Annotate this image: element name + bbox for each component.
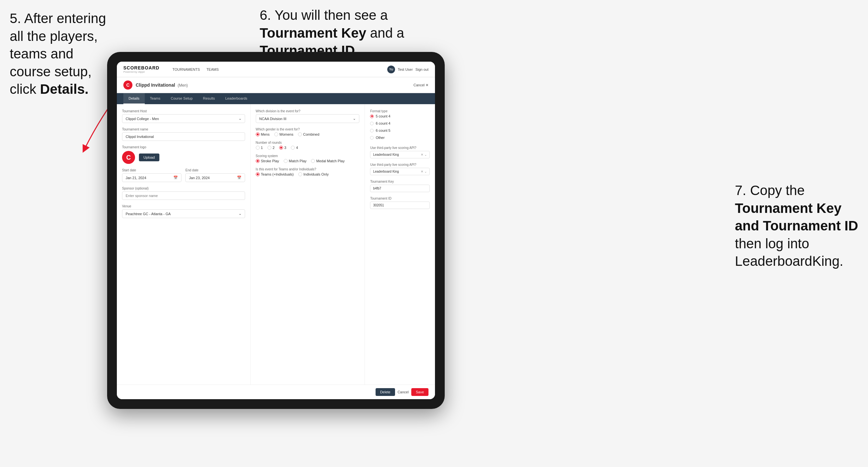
radio-6count5 (370, 129, 374, 132)
teams-label: Is this event for Teams and/or Individua… (256, 167, 360, 171)
header-right: TU Test User Sign out (387, 66, 429, 73)
api2-clear-btn[interactable]: ✕ ⌄ (421, 170, 427, 173)
tournament-id-label: Tournament ID (370, 197, 430, 200)
nav-teams[interactable]: TEAMS (207, 67, 219, 71)
teams-plus-individuals[interactable]: Teams (+Individuals) (256, 172, 294, 176)
logo-subtitle: Powered by clippd (123, 70, 159, 73)
radio-combined-circle (298, 132, 302, 136)
gender-group: Which gender is the event for? Mens Wome… (256, 128, 360, 136)
division-select[interactable]: NCAA Division III ⌄ (256, 114, 360, 123)
radio-match-circle (284, 159, 288, 163)
division-label: Which division is the event for? (256, 110, 360, 113)
gender-radio-group: Mens Womens Combined (256, 132, 360, 136)
sponsor-group: Sponsor (optional) (122, 187, 245, 200)
cancel-button[interactable]: Cancel ✕ (413, 83, 429, 87)
upload-button[interactable]: Upload (139, 154, 159, 161)
app-header: SCOREBOARD Powered by clippd TOURNAMENTS… (117, 62, 435, 77)
tournament-name-label: Tournament name (122, 128, 245, 131)
api1-select[interactable]: Leaderboard King ✕ ⌄ (370, 151, 430, 158)
signout-link[interactable]: Sign out (415, 67, 429, 71)
tournament-logo: C (123, 81, 132, 90)
tablet-screen: SCOREBOARD Powered by clippd TOURNAMENTS… (117, 62, 435, 399)
start-date-input[interactable]: Jan 21, 2024 📅 (122, 173, 182, 182)
calendar-icon: 📅 (173, 176, 178, 180)
nav-tournaments[interactable]: TOURNAMENTS (173, 67, 200, 71)
rounds-2[interactable]: 2 (268, 146, 275, 150)
radio-4-circle (291, 146, 295, 150)
logo-upload-area: C Upload (122, 151, 245, 164)
radio-other (370, 136, 374, 139)
radio-5count4 (370, 115, 374, 118)
end-date-group: End date Jan 23, 2024 📅 (185, 168, 245, 182)
tab-details[interactable]: Details (123, 93, 145, 104)
chevron-down-icon-venue: ⌄ (239, 212, 242, 216)
scoring-stroke-play[interactable]: Stroke Play (256, 159, 279, 163)
radio-individuals-circle (298, 172, 302, 176)
delete-button[interactable]: Delete (376, 388, 395, 396)
venue-group: Venue Peachtree GC - Atlanta - GA ⌄ (122, 205, 245, 218)
api2-select[interactable]: Leaderboard King ✕ ⌄ (370, 168, 430, 175)
format-other[interactable]: Other (370, 136, 430, 139)
rounds-radio-group: 1 2 3 4 (256, 146, 360, 150)
rounds-4[interactable]: 4 (291, 146, 298, 150)
tournament-logo-group: Tournament logo C Upload (122, 145, 245, 164)
tournament-header: C Clippd Invitational (Men) Cancel ✕ (117, 77, 435, 93)
radio-2-circle (268, 146, 271, 150)
radio-medal-circle (311, 159, 315, 163)
tab-leaderboards[interactable]: Leaderboards (220, 93, 252, 104)
tournament-title: Clippd Invitational (Men) (136, 83, 188, 88)
api1-group: Use third-party live scoring API? Leader… (370, 146, 430, 158)
radio-1-circle (256, 146, 260, 150)
api2-group: Use third-party live scoring API? Leader… (370, 163, 430, 175)
gender-womens[interactable]: Womens (274, 132, 293, 136)
gender-combined[interactable]: Combined (298, 132, 319, 136)
scoring-radio-group: Stroke Play Match Play Medal Match Play (256, 159, 360, 163)
chevron-down-icon: ⌄ (239, 117, 242, 121)
tab-course-setup[interactable]: Course Setup (165, 93, 198, 104)
division-group: Which division is the event for? NCAA Di… (256, 110, 360, 123)
format-options: 5 count 4 6 count 4 6 count 5 Other (370, 114, 430, 142)
tournament-name-input[interactable] (122, 132, 245, 141)
rounds-1[interactable]: 1 (256, 146, 263, 150)
end-date-label: End date (185, 168, 245, 172)
sponsor-input[interactable] (122, 191, 245, 200)
middle-column: Which division is the event for? NCAA Di… (251, 104, 365, 384)
radio-stroke-circle (256, 159, 260, 163)
scoring-medal-match[interactable]: Medal Match Play (311, 159, 344, 163)
radio-teams-circle (256, 172, 260, 176)
radio-womens-circle (274, 132, 278, 136)
end-date-input[interactable]: Jan 23, 2024 📅 (185, 173, 245, 182)
tabs-bar: Details Teams Course Setup Results Leade… (117, 93, 435, 104)
radio-mens-circle (256, 132, 260, 136)
chevron-down-icon-division: ⌄ (353, 117, 356, 121)
api1-clear-btn[interactable]: ✕ ⌄ (421, 153, 427, 156)
radio-6count4 (370, 122, 374, 125)
api2-label: Use third-party live scoring API? (370, 163, 430, 166)
tournament-logo-label: Tournament logo (122, 145, 245, 149)
tournament-id-group: Tournament ID 302051 (370, 197, 430, 209)
format-6count5[interactable]: 6 count 5 (370, 128, 430, 132)
sponsor-label: Sponsor (optional) (122, 187, 245, 190)
tab-results[interactable]: Results (198, 93, 220, 104)
scoring-match-play[interactable]: Match Play (284, 159, 306, 163)
save-button[interactable]: Save (411, 388, 429, 396)
gender-mens[interactable]: Mens (256, 132, 270, 136)
format-6count4[interactable]: 6 count 4 (370, 121, 430, 125)
cancel-button-action[interactable]: Cancel (398, 388, 409, 396)
rounds-group: Number of rounds 1 2 3 (256, 141, 360, 150)
nav-links: TOURNAMENTS TEAMS (173, 67, 219, 71)
teams-group: Is this event for Teams and/or Individua… (256, 167, 360, 176)
tournament-key-group: Tournament Key b4fb7 (370, 180, 430, 192)
right-column: Format type 5 count 4 6 count 4 (365, 104, 435, 384)
tab-teams[interactable]: Teams (145, 93, 165, 104)
tournament-key-value: b4fb7 (370, 185, 430, 192)
tournament-host-select[interactable]: Clippd College - Men ⌄ (122, 114, 245, 123)
venue-select[interactable]: Peachtree GC - Atlanta - GA ⌄ (122, 209, 245, 218)
format-5count4[interactable]: 5 count 4 (370, 114, 430, 118)
user-label: Test User (398, 67, 412, 71)
tournament-c-logo: C (122, 151, 135, 164)
teams-radio-group: Teams (+Individuals) Individuals Only (256, 172, 360, 176)
individuals-only[interactable]: Individuals Only (298, 172, 329, 176)
rounds-3[interactable]: 3 (279, 146, 286, 150)
scoreboard-logo: SCOREBOARD Powered by clippd (123, 65, 159, 73)
